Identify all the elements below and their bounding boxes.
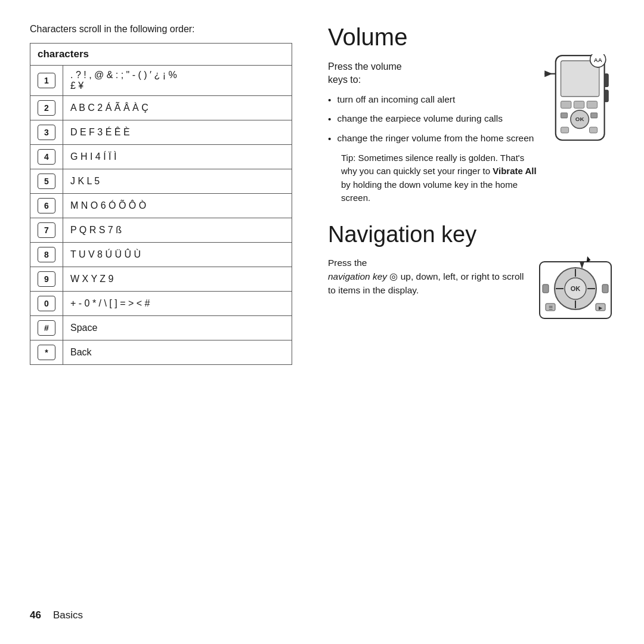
- phone-image-volume: AA OK: [543, 54, 614, 155]
- left-column: Characters scroll in the following order…: [30, 24, 316, 620]
- volume-title: Volume: [328, 24, 614, 51]
- key-cell: *: [30, 340, 63, 365]
- svg-rect-16: [591, 113, 597, 118]
- svg-rect-26: [602, 284, 608, 293]
- volume-text-block: Press the volumekeys to: turn off an inc…: [328, 60, 537, 205]
- key-box: 5: [38, 174, 55, 189]
- chars-cell: J K L 5: [63, 169, 292, 194]
- bullet-item-3: change the ringer volume from the home s…: [328, 132, 537, 145]
- key-box: 9: [38, 271, 55, 287]
- key-cell: 6: [30, 194, 63, 218]
- footer-label: Basics: [53, 609, 83, 621]
- svg-rect-25: [543, 284, 549, 293]
- table-row: 2A B C 2 Á Ã Â À Ç: [30, 96, 292, 120]
- key-cell: 9: [30, 267, 63, 292]
- key-box: #: [38, 320, 55, 336]
- right-column: Volume Press the volumekeys to: turn off…: [316, 24, 614, 620]
- svg-rect-15: [561, 113, 568, 118]
- table-row: #Space: [30, 316, 292, 340]
- phone-diagram-volume: AA OK: [543, 54, 614, 157]
- svg-text:AA: AA: [594, 57, 602, 63]
- key-box: 0: [38, 296, 55, 311]
- volume-section: Volume Press the volumekeys to: turn off…: [328, 24, 614, 205]
- nav-text-block: Press the navigation key ◎ up, down, lef…: [328, 256, 531, 298]
- volume-press-text: Press the volumekeys to:: [328, 60, 537, 87]
- svg-rect-6: [605, 74, 609, 87]
- volume-bullet-list: turn off an incoming call alert change t…: [328, 93, 537, 145]
- key-box: 1: [38, 73, 55, 88]
- key-cell: 1: [30, 66, 63, 96]
- phone-image-nav: OK ☰ ▶: [537, 256, 614, 327]
- svg-rect-8: [561, 101, 571, 109]
- svg-rect-13: [561, 127, 569, 133]
- svg-rect-7: [605, 90, 609, 102]
- page-number: 46: [30, 609, 41, 621]
- chars-cell: D E F 3 É Ê È: [63, 120, 292, 145]
- chars-cell: Back: [63, 340, 292, 365]
- navigation-section: Navigation key Press the navigation key …: [328, 222, 614, 330]
- table-row: 5J K L 5: [30, 169, 292, 194]
- tip-text: Tip: Sometimes silence really is golden.…: [328, 151, 537, 205]
- svg-rect-14: [590, 127, 597, 133]
- key-cell: 0: [30, 292, 63, 316]
- table-row: 1. ? ! , @ & : ; " - ( ) ′ ¿ ¡ %£ ¥: [30, 66, 292, 96]
- characters-table: characters 1. ? ! , @ & : ; " - ( ) ′ ¿ …: [30, 43, 292, 365]
- bullet-item-2: change the earpiece volume during calls: [328, 112, 537, 126]
- svg-text:☰: ☰: [549, 305, 553, 311]
- bullet-item-1: turn off an incoming call alert: [328, 93, 537, 107]
- svg-text:▶: ▶: [599, 305, 603, 311]
- key-box: *: [38, 345, 55, 360]
- nav-press-text: Press the navigation key ◎ up, down, lef…: [328, 256, 531, 298]
- chars-cell: . ? ! , @ & : ; " - ( ) ′ ¿ ¡ %£ ¥: [63, 66, 292, 96]
- key-box: 6: [38, 198, 55, 213]
- chars-cell: M N O 6 Ó Õ Ô Ò: [63, 194, 292, 218]
- table-row: 6M N O 6 Ó Õ Ô Ò: [30, 194, 292, 218]
- svg-text:OK: OK: [571, 285, 581, 292]
- key-box: 3: [38, 125, 55, 140]
- key-cell: #: [30, 316, 63, 340]
- chars-cell: G H I 4 Í Ï Ì: [63, 145, 292, 169]
- table-row: *Back: [30, 340, 292, 365]
- nav-title: Navigation key: [328, 222, 614, 247]
- chars-cell: W X Y Z 9: [63, 267, 292, 292]
- chars-cell: T U V 8 Ú Ü Û Ù: [63, 243, 292, 267]
- svg-rect-9: [574, 101, 584, 109]
- key-box: 4: [38, 149, 55, 165]
- table-header: characters: [30, 44, 292, 66]
- footer: 46 Basics: [30, 609, 83, 621]
- chars-cell: P Q R S 7 ß: [63, 218, 292, 243]
- table-row: 0+ - 0 * / \ [ ] = > < #: [30, 292, 292, 316]
- key-cell: 2: [30, 96, 63, 120]
- key-cell: 7: [30, 218, 63, 243]
- phone-diagram-nav: OK ☰ ▶: [537, 256, 614, 330]
- key-box: 7: [38, 222, 55, 238]
- table-row: 7P Q R S 7 ß: [30, 218, 292, 243]
- key-cell: 4: [30, 145, 63, 169]
- chars-cell: Space: [63, 316, 292, 340]
- table-row: 4G H I 4 Í Ï Ì: [30, 145, 292, 169]
- svg-rect-10: [587, 101, 597, 109]
- key-cell: 3: [30, 120, 63, 145]
- key-cell: 5: [30, 169, 63, 194]
- table-row: 9W X Y Z 9: [30, 267, 292, 292]
- svg-text:OK: OK: [575, 116, 584, 122]
- table-row: 8T U V 8 Ú Ü Û Ù: [30, 243, 292, 267]
- chars-cell: A B C 2 Á Ã Â À Ç: [63, 96, 292, 120]
- table-row: 3D E F 3 É Ê È: [30, 120, 292, 145]
- chars-cell: + - 0 * / \ [ ] = > < #: [63, 292, 292, 316]
- intro-text: Characters scroll in the following order…: [30, 24, 298, 35]
- key-box: 8: [38, 247, 55, 262]
- key-cell: 8: [30, 243, 63, 267]
- key-box: 2: [38, 100, 55, 116]
